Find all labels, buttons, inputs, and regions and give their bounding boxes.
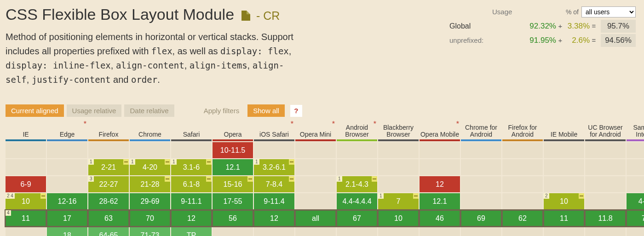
version-cell[interactable]: 7-8.4 <box>254 176 294 192</box>
version-cell[interactable]: 9-11.1 <box>171 193 212 209</box>
prefix-flag-icon <box>123 159 129 165</box>
version-cell[interactable]: 46 <box>420 210 460 226</box>
tab-current-aligned[interactable]: Current aligned <box>6 104 64 117</box>
footnote-badge: 1 <box>130 159 135 165</box>
usage-scope-select[interactable]: all users <box>581 6 636 17</box>
browser-column: Blackberry Browser7110 <box>378 122 419 236</box>
browser-header[interactable]: IE <box>6 122 46 139</box>
version-cell[interactable]: 2.1-4.31 <box>337 176 377 192</box>
footnote-badge: 1 <box>254 159 259 165</box>
browser-color-bar <box>47 139 87 141</box>
browser-header[interactable]: Edge* <box>47 122 87 139</box>
browser-header[interactable]: Firefox <box>88 122 129 139</box>
help-button[interactable]: ? <box>290 105 302 117</box>
version-cell[interactable]: 9-11.4 <box>254 193 294 209</box>
version-cell[interactable]: 67 <box>337 210 377 226</box>
version-cell[interactable]: 2-211 <box>88 159 129 175</box>
unprefixed-label: unprefixed: <box>449 36 523 44</box>
footnote-badge: 1 <box>88 159 94 165</box>
version-cell[interactable]: 3.2-6.11 <box>254 159 294 175</box>
version-cell[interactable]: 12-16 <box>47 193 87 209</box>
version-cell[interactable]: 17-55 <box>213 193 253 209</box>
tab-date-relative[interactable]: Date relative <box>124 104 174 117</box>
version-cell[interactable]: 102 4 <box>6 193 46 209</box>
browser-color-bar <box>544 139 584 141</box>
version-cell[interactable]: 10-11.5 <box>213 142 253 158</box>
footnote-badge: 4 <box>6 210 11 216</box>
version-cell[interactable]: 15-16 <box>213 176 253 192</box>
browser-column: Edge*12-161718 <box>47 122 87 236</box>
unprefixed-supported-pct: 91.95% <box>523 36 556 45</box>
asterisk-icon: * <box>456 121 459 127</box>
asterisk-icon: * <box>374 121 376 127</box>
version-cell[interactable]: TP <box>171 227 212 236</box>
version-cell[interactable]: 69 <box>461 210 501 226</box>
version-cell[interactable]: 3.1-61 <box>171 159 212 175</box>
version-cell[interactable]: 6-9 <box>6 176 46 192</box>
version-cell[interactable]: all <box>295 210 336 226</box>
version-cell[interactable]: 64-65 <box>88 227 129 236</box>
global-supported-pct: 92.32% <box>523 22 556 31</box>
version-cell[interactable]: 11 <box>544 210 584 226</box>
version-cell[interactable]: 102 <box>544 193 584 209</box>
browser-column: Firefox2-21122-27328-626364-65 <box>88 122 129 236</box>
version-cell[interactable]: 12.1 <box>420 193 460 209</box>
browser-header[interactable]: Android Browser* <box>337 122 377 139</box>
browser-column: Android Browser*2.1-4.314.4-4.4.467 <box>337 122 377 236</box>
browser-column: Firefox for Android62 <box>502 122 543 236</box>
version-cell[interactable]: 12 <box>171 210 212 226</box>
browser-header[interactable]: Opera Mini* <box>295 122 336 139</box>
version-cell[interactable]: 70 <box>130 210 170 226</box>
prefix-flag-icon <box>289 159 294 165</box>
browser-header[interactable]: Chrome for Android <box>461 122 501 139</box>
browser-header[interactable]: Safari <box>171 122 212 139</box>
browser-header[interactable]: Firefox for Android <box>502 122 543 139</box>
spec-doc-icon <box>242 11 250 21</box>
apply-filters-button[interactable]: Apply filters <box>198 104 245 117</box>
unprefixed-partial-pct: 2.6% <box>564 36 590 45</box>
version-cell[interactable]: 62 <box>502 210 543 226</box>
version-cell[interactable]: 6.1-8 <box>171 176 212 192</box>
browser-column: IE Mobile10211 <box>544 122 584 236</box>
version-cell[interactable]: 4.4-4.4.4 <box>337 193 377 209</box>
version-cell[interactable]: 28-62 <box>88 193 129 209</box>
show-all-button[interactable]: Show all <box>247 104 285 117</box>
version-cell[interactable]: 18 <box>47 227 87 236</box>
version-cell[interactable]: 12 <box>254 210 294 226</box>
version-cell[interactable]: 63 <box>88 210 129 226</box>
browser-column: iOS Safari*3.2-6.117-8.49-11.412 <box>254 122 294 236</box>
version-cell[interactable]: 7.2 <box>627 210 644 226</box>
tab-usage-relative[interactable]: Usage relative <box>67 104 122 117</box>
browser-column: Opera10-11.512.115-1617-5556 <box>213 122 253 236</box>
browser-header[interactable]: Chrome <box>130 122 170 139</box>
version-cell[interactable]: 11.8 <box>585 210 626 226</box>
version-cell[interactable]: 29-69 <box>130 193 170 209</box>
browser-header[interactable]: Samsung Internet <box>627 122 644 139</box>
pctof-label: % of <box>566 8 579 16</box>
version-cell[interactable]: 17 <box>47 210 87 226</box>
version-cell[interactable]: 4-6.2 <box>627 193 644 209</box>
browser-header[interactable]: Opera Mobile* <box>420 122 460 139</box>
version-cell[interactable]: 71-73 <box>130 227 170 236</box>
prefix-flag-icon <box>165 159 170 165</box>
footnote-badge: 1 <box>378 193 384 199</box>
version-cell[interactable]: 71 <box>378 193 419 209</box>
version-cell[interactable]: 21-28 <box>130 176 170 192</box>
browser-header[interactable]: UC Browser for Android <box>585 122 626 139</box>
version-cell[interactable]: 10 <box>378 210 419 226</box>
version-cell[interactable]: 22-273 <box>88 176 129 192</box>
version-cell[interactable]: 114 <box>6 210 46 226</box>
browser-color-bar <box>585 139 626 141</box>
browser-color-bar <box>337 139 377 141</box>
version-cell[interactable]: 4-201 <box>130 159 170 175</box>
version-cell[interactable]: 12.1 <box>213 159 253 175</box>
asterisk-icon: * <box>291 121 293 127</box>
global-total-pct: 95.7% <box>601 20 636 33</box>
browser-header[interactable]: IE Mobile <box>544 122 584 139</box>
browser-header[interactable]: iOS Safari* <box>254 122 294 139</box>
version-cell[interactable]: 56 <box>213 210 253 226</box>
browser-color-bar <box>254 139 294 141</box>
version-cell[interactable]: 12 <box>420 176 460 192</box>
browser-header[interactable]: Blackberry Browser <box>378 122 419 139</box>
browser-header[interactable]: Opera <box>213 122 253 139</box>
